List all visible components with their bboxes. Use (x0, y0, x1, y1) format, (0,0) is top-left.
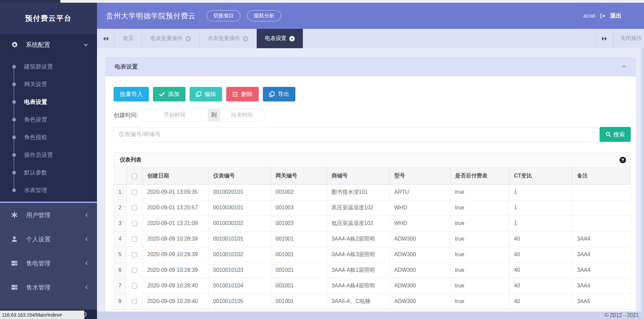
row-checkbox[interactable] (132, 237, 137, 242)
row-checkbox[interactable] (132, 283, 137, 288)
row-checkbox[interactable] (132, 190, 137, 195)
column-header-meter-no: 仪表编号 (208, 168, 271, 184)
copy-icon (269, 91, 275, 97)
sidebar-item-meter-settings[interactable]: 电表设置 (0, 93, 97, 111)
sidebar-item-building-group[interactable]: 建筑群设置 (0, 58, 97, 75)
sidebar-item-operator[interactable]: 操作员设置 (0, 146, 97, 164)
switch-project-button[interactable]: 切换项目 (207, 10, 240, 21)
cell-ct-ratio: 1 (509, 200, 572, 215)
sidebar-item-label: 售水管理 (26, 283, 51, 292)
cell-create-date: 2020-09-01 13:09:35 (142, 184, 208, 200)
add-button[interactable]: 添加 (153, 87, 186, 101)
row-checkbox[interactable] (132, 268, 137, 273)
asterisk-icon (11, 211, 18, 219)
delete-button[interactable]: 删除 (226, 87, 259, 101)
cell-ct-ratio: 40 (509, 247, 572, 262)
row-number-header (114, 168, 126, 184)
row-checkbox[interactable] (132, 252, 137, 257)
export-button[interactable]: 导出 (263, 87, 295, 101)
app-logo: 预付费云平台 (0, 3, 97, 34)
tab-label: 首页 (123, 35, 134, 42)
cell-meter-no: 0010020101 (208, 184, 271, 200)
tabs-scroll-right-button[interactable] (596, 29, 613, 48)
start-time-input[interactable] (141, 109, 208, 121)
sidebar-item-water-meter[interactable]: 水表管理 (0, 181, 97, 199)
cell-ct-ratio: 40 (509, 231, 572, 247)
sidebar-item-role-auth[interactable]: 角色授权 (0, 128, 97, 146)
copy-icon (196, 91, 201, 97)
meter-list-title: 仪表列表 (120, 156, 141, 164)
cell-create-date: 2020-09-01 13:20:57 (142, 200, 208, 215)
double-chevron-right-icon (602, 36, 607, 41)
scroll-to-top-icon[interactable] (620, 157, 626, 163)
cell-shop-no: 3AA4-A栋1层照明 (327, 262, 389, 278)
tab-meter-settings[interactable]: 电表设置 × (257, 29, 303, 48)
button-label: 添加 (168, 90, 179, 98)
sidebar-item-personal-settings[interactable]: 个人设置 (0, 227, 97, 251)
gear-icon (11, 41, 18, 49)
collapse-chevron-up-icon[interactable] (621, 64, 627, 69)
tabs-scroll-left-button[interactable] (97, 29, 115, 48)
sidebar-item-user-management[interactable]: 用户管理 (0, 203, 97, 227)
cell-create-date: 2020-09-01 13:21:08 (142, 215, 208, 231)
tab-close-icon[interactable]: × (186, 36, 191, 41)
cell-gateway-no: 001002 (271, 184, 327, 200)
sidebar-item-electricity-sales[interactable]: 售电管理 (0, 251, 97, 275)
sidebar-item-label: 电表设置 (24, 98, 47, 106)
page-scrollbar[interactable] (641, 48, 644, 319)
logout-icon[interactable] (600, 13, 606, 19)
row-checkbox[interactable] (132, 299, 137, 304)
toolbar: 批量导入 添加 编辑 删除 导出 (114, 87, 631, 101)
cell-postpaid: true (450, 215, 509, 231)
table-row: 2 2020-09-01 13:20:57 0010030101 001003 … (114, 200, 630, 215)
energy-analysis-button[interactable]: 能耗分析 (247, 10, 281, 21)
search-button[interactable]: 搜索 (600, 127, 631, 142)
sidebar-item-role-settings[interactable]: 角色设置 (0, 111, 97, 128)
sidebar-item-water-sales[interactable]: 售水管理 (0, 275, 97, 299)
row-checkbox[interactable] (132, 205, 137, 210)
browser-edge-strip (0, 0, 644, 3)
button-label: 编辑 (204, 90, 216, 98)
cell-ct-ratio: 1 (509, 215, 572, 231)
sidebar-item-gateway[interactable]: 网关设置 (0, 75, 97, 93)
tab-water-batch-ops[interactable]: 水表批量操作 × (199, 29, 257, 48)
sidebar: 预付费云平台 系统配置 建筑群设置 网关设置 电表设置 角色设置 角色授权 操作… (0, 3, 97, 319)
logout-button[interactable]: 退出 (610, 12, 622, 20)
row-number: 5 (114, 247, 126, 262)
end-time-input[interactable] (220, 109, 265, 121)
cell-gateway-no: 001003 (271, 200, 327, 215)
batch-import-button[interactable]: 批量导入 (114, 87, 149, 101)
bullet-dot-icon (12, 118, 16, 121)
tab-close-icon[interactable]: × (243, 36, 248, 41)
column-header-create-date: 创建日期 (142, 168, 208, 184)
search-input[interactable] (114, 127, 599, 142)
column-header-shop-no: 商铺号 (327, 168, 389, 184)
cell-ct-ratio: 40 (509, 278, 572, 294)
bullet-dot-icon (12, 82, 16, 86)
tab-home[interactable]: 首页 (115, 29, 142, 48)
tab-meter-batch-ops[interactable]: 电表批量操作 × (142, 29, 199, 48)
table-row: 8 2020-09-09 10:28:40 0010010105 001001 … (114, 294, 630, 309)
meter-list-header: 仪表列表 (114, 153, 630, 168)
bullet-dot-icon (12, 171, 16, 174)
row-number: 1 (114, 184, 126, 200)
tab-close-icon[interactable]: × (289, 36, 295, 41)
select-all-checkbox[interactable] (132, 174, 137, 179)
search-icon (606, 132, 611, 137)
cell-gateway-no: 001001 (271, 231, 327, 247)
cell-shop-no: 3AA5-A、C电梯 (327, 294, 389, 309)
sidebar-item-default-params[interactable]: 默认参数 (0, 164, 97, 181)
copyright-text: © 2012 - 2021 (604, 312, 639, 318)
tab-label: 电表设置 (265, 35, 287, 42)
cell-note: 3AA4 (572, 247, 630, 262)
chevron-left-icon (84, 285, 89, 289)
cell-model: ADW300 (389, 231, 450, 247)
edit-button[interactable]: 编辑 (190, 87, 222, 101)
sidebar-item-system-config[interactable]: 系统配置 (0, 34, 97, 56)
cell-create-date: 2020-09-09 10:28:39 (142, 231, 208, 247)
cell-meter-no: 0010010101 (208, 231, 271, 247)
row-checkbox[interactable] (132, 221, 137, 226)
cell-meter-no: 0010010102 (208, 247, 271, 262)
tab-label: 水表批量操作 (208, 35, 240, 42)
close-operations-menu[interactable]: 关闭操作 (613, 29, 644, 48)
